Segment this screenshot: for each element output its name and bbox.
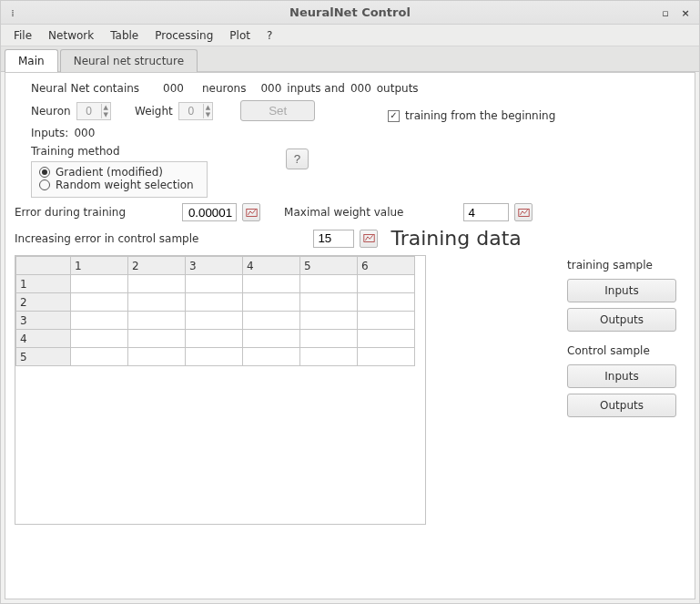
cell[interactable] [186,348,243,366]
radio-icon[interactable] [39,167,50,178]
training-method-group: Gradient (modified) Random weight select… [31,161,208,198]
increasing-error-input[interactable] [313,230,354,248]
title-bar: ⁞ NeuralNet Control ▫ × [1,1,699,25]
maxweight-settings-icon[interactable] [514,203,533,221]
inputs-count: 000 [260,82,281,95]
cell[interactable] [186,312,243,330]
table-row[interactable]: 1 [16,275,415,293]
cell[interactable] [71,275,128,293]
inputs-value: 000 [74,127,95,139]
weight-spinner[interactable]: ▲▼ [178,102,213,120]
cell[interactable] [128,312,186,330]
cell[interactable] [243,348,300,366]
cell[interactable] [300,312,358,330]
table-header-row: 1 2 3 4 5 6 [16,257,415,275]
error-during-training-label: Error during training [15,206,126,219]
cell[interactable] [71,312,128,330]
menu-plot[interactable]: Plot [222,26,258,45]
training-inputs-button[interactable]: Inputs [567,279,676,302]
radio-gradient[interactable]: Gradient (modified) [39,166,194,179]
menu-file[interactable]: File [6,26,39,45]
table-row[interactable]: 4 [16,330,415,348]
cell[interactable] [71,330,128,348]
chevron-down-icon[interactable]: ▼ [204,111,212,118]
tab-main[interactable]: Main [5,49,58,72]
window-handle-icon[interactable]: ⁞ [6,6,19,19]
cell[interactable] [300,330,358,348]
cell[interactable] [186,275,243,293]
chevron-up-icon[interactable]: ▲ [204,104,212,111]
col-header[interactable]: 3 [186,257,243,275]
neuron-spinner[interactable]: ▲▼ [76,102,111,120]
training-method-label: Training method [31,145,208,158]
table-row[interactable]: 3 [16,312,415,330]
radio-random[interactable]: Random weight selection [39,179,194,191]
neuron-input[interactable] [77,104,101,118]
training-outputs-button[interactable]: Outputs [567,308,676,332]
training-method-row: Training method Gradient (modified) Rand… [31,145,685,198]
chevron-up-icon[interactable]: ▲ [102,104,110,111]
training-beginning-checkbox[interactable]: ✓ [388,110,400,122]
control-outputs-button[interactable]: Outputs [567,394,676,417]
cell[interactable] [243,293,300,312]
row-header[interactable]: 1 [16,275,71,293]
set-button[interactable]: Set [240,100,315,121]
control-inputs-button[interactable]: Inputs [567,364,676,388]
col-header[interactable]: 2 [128,257,186,275]
radio-icon[interactable] [39,179,50,190]
cell[interactable] [243,312,300,330]
training-sample-label: training sample [567,259,682,271]
table-row[interactable]: 2 [16,293,415,312]
cell[interactable] [358,330,415,348]
cell[interactable] [358,275,415,293]
error-during-training-input[interactable] [182,203,237,221]
cell[interactable] [128,348,186,366]
maximal-weight-input[interactable] [463,203,509,221]
outputs-label: outputs [377,82,419,95]
cell[interactable] [128,330,186,348]
training-method-block: Training method Gradient (modified) Rand… [31,145,208,198]
training-method-help-button[interactable]: ? [286,148,309,169]
menu-processing[interactable]: Processing [147,26,220,45]
cell[interactable] [358,348,415,366]
corner-cell [16,257,71,275]
cell[interactable] [186,330,243,348]
cell[interactable] [71,293,128,312]
row-header[interactable]: 5 [16,348,71,366]
col-header[interactable]: 1 [71,257,128,275]
weight-label: Weight [135,105,173,118]
cell[interactable] [128,275,186,293]
menu-network[interactable]: Network [41,26,101,45]
cell[interactable] [358,293,415,312]
inputs-line: Inputs: 000 [31,127,685,139]
chevron-down-icon[interactable]: ▼ [102,111,110,118]
weight-input[interactable] [179,104,203,118]
minimize-button[interactable]: ▫ [659,6,672,19]
menu-table[interactable]: Table [103,26,146,45]
menu-help[interactable]: ? [259,26,279,45]
cell[interactable] [128,293,186,312]
grid-area: 1 2 3 4 5 6 1 2 3 4 5 training sample I [15,255,685,525]
cell[interactable] [71,348,128,366]
col-header[interactable]: 6 [358,257,415,275]
col-header[interactable]: 4 [243,257,300,275]
tab-neural-net-structure[interactable]: Neural net structure [60,49,198,72]
cell[interactable] [243,330,300,348]
row-header[interactable]: 2 [16,293,71,312]
cell[interactable] [300,275,358,293]
close-button[interactable]: × [679,6,692,19]
increasing-error-settings-icon[interactable] [360,230,378,248]
cell[interactable] [300,293,358,312]
col-header[interactable]: 5 [300,257,358,275]
error-settings-icon[interactable] [242,203,260,221]
tab-strip: Main Neural net structure [1,46,699,72]
data-table[interactable]: 1 2 3 4 5 6 1 2 3 4 5 [15,256,415,366]
table-row[interactable]: 5 [16,348,415,366]
row-header[interactable]: 4 [16,330,71,348]
cell[interactable] [243,275,300,293]
row-header[interactable]: 3 [16,312,71,330]
cell[interactable] [186,293,243,312]
cell[interactable] [358,312,415,330]
cell[interactable] [300,348,358,366]
main-content: Neural Net contains 000 neurons 000 inpu… [5,72,695,599]
